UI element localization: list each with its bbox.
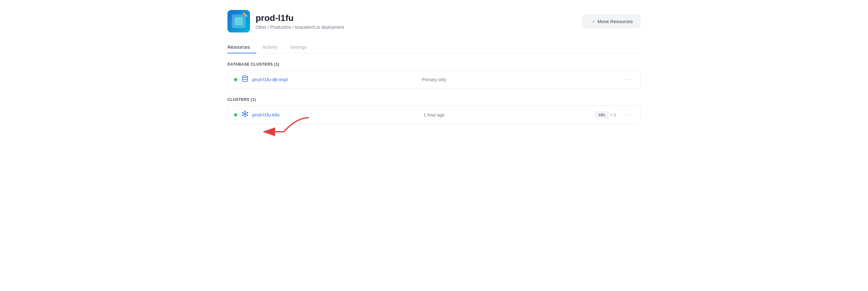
cluster-resource-detail: 1 hour ago (424, 112, 445, 117)
db-resource-link[interactable]: prod-l1fu-db-impl (252, 77, 287, 82)
move-resources-button[interactable]: → Move Resources (582, 15, 641, 28)
cluster-tags: k8s + 1 (595, 111, 616, 118)
table-row: prod-l1fu-db-impl Primary only ··· (227, 70, 641, 89)
db-resource-meta: ··· (622, 75, 634, 84)
tab-bar: Resources Activity Settings (227, 41, 641, 53)
database-clusters-title: DATABASE CLUSTERS (1) (227, 62, 641, 67)
database-icon (242, 75, 248, 84)
cluster-more-button[interactable]: ··· (622, 110, 634, 119)
db-resource-detail: Primary only (422, 77, 446, 82)
database-clusters-section: DATABASE CLUSTERS (1) prod-l1fu-db-impl … (227, 62, 641, 89)
cluster-resource-link[interactable]: prod-l1fu-k8s (252, 112, 280, 117)
page-header: ✏️ prod-l1fu Other / Production / torque… (227, 10, 641, 33)
svg-point-0 (243, 76, 248, 78)
cluster-icon (242, 111, 248, 119)
clusters-title: CLUSTERS (1) (227, 98, 641, 102)
tab-resources[interactable]: Resources (227, 41, 256, 53)
move-resources-label: Move Resources (597, 19, 633, 24)
k8s-tag: k8s (595, 111, 608, 118)
svg-line-11 (246, 114, 247, 115)
header-left: ✏️ prod-l1fu Other / Production / torque… (227, 10, 344, 33)
tab-activity[interactable]: Activity (256, 41, 284, 53)
clusters-section: CLUSTERS (1) (227, 98, 641, 124)
svg-line-14 (243, 113, 244, 114)
page-title: prod-l1fu (256, 13, 344, 24)
cluster-resource-meta: k8s + 1 ··· (595, 110, 634, 119)
pencil-icon: ✏️ (242, 12, 248, 17)
db-more-button[interactable]: ··· (622, 75, 634, 84)
table-row: prod-l1fu-k8s 1 hour ago k8s + 1 ··· (227, 106, 641, 124)
status-dot-green-cluster (234, 113, 237, 116)
page-subtitle: Other / Production / torquetech.io deplo… (256, 25, 344, 30)
app-icon: ✏️ (227, 10, 250, 33)
tag-more: + 1 (611, 112, 616, 117)
move-resources-arrow: → (590, 19, 595, 24)
header-title-block: prod-l1fu Other / Production / torquetec… (256, 13, 344, 30)
tab-settings[interactable]: Settings (283, 41, 313, 53)
svg-line-10 (246, 113, 247, 114)
status-dot-green (234, 78, 237, 81)
svg-line-13 (243, 114, 244, 115)
